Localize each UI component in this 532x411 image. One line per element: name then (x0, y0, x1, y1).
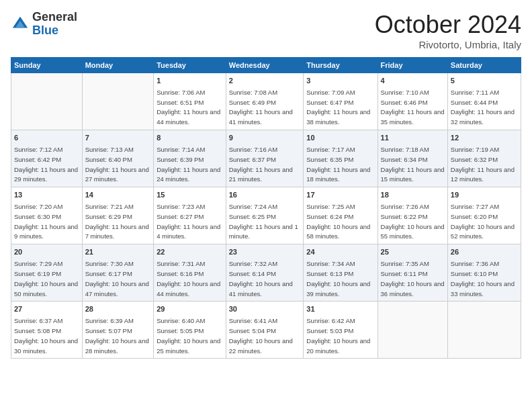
day-header-wednesday: Wednesday (226, 58, 304, 73)
calendar-week-5: 27Sunrise: 6:37 AM Sunset: 5:08 PM Dayli… (11, 302, 521, 359)
day-info: Sunrise: 7:24 AM Sunset: 6:25 PM Dayligh… (229, 203, 298, 240)
day-info: Sunrise: 7:06 AM Sunset: 6:51 PM Dayligh… (157, 89, 220, 126)
day-info: Sunrise: 7:31 AM Sunset: 6:16 PM Dayligh… (157, 260, 220, 297)
calendar-cell: 24Sunrise: 7:34 AM Sunset: 6:13 PM Dayli… (304, 244, 378, 302)
day-info: Sunrise: 7:17 AM Sunset: 6:35 PM Dayligh… (306, 146, 370, 183)
day-info: Sunrise: 6:37 AM Sunset: 5:08 PM Dayligh… (14, 317, 78, 354)
day-info: Sunrise: 7:35 AM Sunset: 6:11 PM Dayligh… (381, 260, 445, 297)
calendar-cell: 26Sunrise: 7:36 AM Sunset: 6:10 PM Dayli… (447, 244, 521, 302)
calendar-cell (447, 302, 521, 359)
calendar-cell (11, 73, 83, 130)
calendar-cell: 8Sunrise: 7:14 AM Sunset: 6:39 PM Daylig… (154, 130, 226, 187)
calendar-cell: 4Sunrise: 7:10 AM Sunset: 6:46 PM Daylig… (378, 73, 447, 130)
day-number: 7 (85, 133, 151, 143)
day-number: 2 (229, 76, 301, 86)
day-number: 12 (451, 133, 518, 143)
day-number: 1 (157, 76, 223, 86)
day-number: 3 (306, 76, 374, 86)
calendar-cell: 29Sunrise: 6:40 AM Sunset: 5:05 PM Dayli… (154, 302, 226, 359)
calendar-cell (378, 302, 447, 359)
day-header-tuesday: Tuesday (154, 58, 226, 73)
calendar-cell: 14Sunrise: 7:21 AM Sunset: 6:29 PM Dayli… (82, 187, 154, 244)
day-number: 20 (14, 247, 79, 257)
calendar-cell: 23Sunrise: 7:32 AM Sunset: 6:14 PM Dayli… (226, 244, 304, 302)
day-info: Sunrise: 7:20 AM Sunset: 6:30 PM Dayligh… (14, 203, 78, 240)
calendar-cell: 13Sunrise: 7:20 AM Sunset: 6:30 PM Dayli… (11, 187, 83, 244)
day-header-saturday: Saturday (447, 58, 521, 73)
day-info: Sunrise: 7:19 AM Sunset: 6:32 PM Dayligh… (451, 146, 515, 183)
day-info: Sunrise: 7:09 AM Sunset: 6:47 PM Dayligh… (306, 89, 370, 126)
calendar-cell: 21Sunrise: 7:30 AM Sunset: 6:17 PM Dayli… (82, 244, 154, 302)
day-info: Sunrise: 6:41 AM Sunset: 5:04 PM Dayligh… (229, 317, 293, 354)
calendar-cell: 20Sunrise: 7:29 AM Sunset: 6:19 PM Dayli… (11, 244, 83, 302)
logo: General Blue (11, 11, 77, 38)
calendar-header-row: SundayMondayTuesdayWednesdayThursdayFrid… (11, 58, 521, 73)
calendar-cell: 30Sunrise: 6:41 AM Sunset: 5:04 PM Dayli… (226, 302, 304, 359)
calendar-week-4: 20Sunrise: 7:29 AM Sunset: 6:19 PM Dayli… (11, 244, 521, 302)
day-header-sunday: Sunday (11, 58, 83, 73)
day-number: 26 (451, 247, 518, 257)
day-number: 14 (85, 190, 151, 200)
calendar-cell (82, 73, 154, 130)
calendar-cell: 16Sunrise: 7:24 AM Sunset: 6:25 PM Dayli… (226, 187, 304, 244)
day-info: Sunrise: 6:40 AM Sunset: 5:05 PM Dayligh… (157, 317, 220, 354)
day-number: 18 (381, 190, 445, 200)
day-info: Sunrise: 7:18 AM Sunset: 6:34 PM Dayligh… (381, 146, 445, 183)
logo-icon (11, 15, 30, 34)
day-header-monday: Monday (82, 58, 154, 73)
calendar-cell: 31Sunrise: 6:42 AM Sunset: 5:03 PM Dayli… (304, 302, 378, 359)
calendar-cell: 6Sunrise: 7:12 AM Sunset: 6:42 PM Daylig… (11, 130, 83, 187)
calendar-cell: 5Sunrise: 7:11 AM Sunset: 6:44 PM Daylig… (447, 73, 521, 130)
day-info: Sunrise: 7:12 AM Sunset: 6:42 PM Dayligh… (14, 146, 78, 183)
day-info: Sunrise: 7:14 AM Sunset: 6:39 PM Dayligh… (157, 146, 220, 183)
day-info: Sunrise: 7:08 AM Sunset: 6:49 PM Dayligh… (229, 89, 293, 126)
day-number: 17 (306, 190, 374, 200)
month-title: October 2024 (375, 11, 521, 39)
day-number: 29 (157, 304, 223, 314)
day-number: 21 (85, 247, 151, 257)
day-info: Sunrise: 7:13 AM Sunset: 6:40 PM Dayligh… (85, 146, 149, 183)
day-info: Sunrise: 7:34 AM Sunset: 6:13 PM Dayligh… (306, 260, 370, 297)
day-number: 31 (306, 304, 374, 314)
day-info: Sunrise: 7:26 AM Sunset: 6:22 PM Dayligh… (381, 203, 445, 240)
calendar-cell: 17Sunrise: 7:25 AM Sunset: 6:24 PM Dayli… (304, 187, 378, 244)
calendar-week-3: 13Sunrise: 7:20 AM Sunset: 6:30 PM Dayli… (11, 187, 521, 244)
day-number: 22 (157, 247, 223, 257)
day-number: 16 (229, 190, 301, 200)
day-number: 19 (451, 190, 518, 200)
day-number: 8 (157, 133, 223, 143)
day-number: 4 (381, 76, 445, 86)
day-info: Sunrise: 7:29 AM Sunset: 6:19 PM Dayligh… (14, 260, 78, 297)
calendar-cell: 9Sunrise: 7:16 AM Sunset: 6:37 PM Daylig… (226, 130, 304, 187)
day-info: Sunrise: 7:21 AM Sunset: 6:29 PM Dayligh… (85, 203, 149, 240)
calendar-cell: 11Sunrise: 7:18 AM Sunset: 6:34 PM Dayli… (378, 130, 447, 187)
calendar-cell: 10Sunrise: 7:17 AM Sunset: 6:35 PM Dayli… (304, 130, 378, 187)
calendar-cell: 12Sunrise: 7:19 AM Sunset: 6:32 PM Dayli… (447, 130, 521, 187)
day-info: Sunrise: 7:32 AM Sunset: 6:14 PM Dayligh… (229, 260, 293, 297)
logo-blue-text: Blue (32, 24, 77, 38)
day-info: Sunrise: 7:11 AM Sunset: 6:44 PM Dayligh… (451, 89, 515, 126)
day-info: Sunrise: 7:27 AM Sunset: 6:20 PM Dayligh… (451, 203, 515, 240)
day-number: 30 (229, 304, 301, 314)
day-info: Sunrise: 6:39 AM Sunset: 5:07 PM Dayligh… (85, 317, 149, 354)
day-number: 23 (229, 247, 301, 257)
day-number: 27 (14, 304, 79, 314)
calendar-cell: 2Sunrise: 7:08 AM Sunset: 6:49 PM Daylig… (226, 73, 304, 130)
title-block: October 2024 Rivotorto, Umbria, Italy (375, 11, 521, 50)
day-info: Sunrise: 7:30 AM Sunset: 6:17 PM Dayligh… (85, 260, 149, 297)
day-info: Sunrise: 7:16 AM Sunset: 6:37 PM Dayligh… (229, 146, 293, 183)
logo-text: General Blue (32, 11, 77, 38)
location: Rivotorto, Umbria, Italy (375, 39, 521, 50)
calendar-cell: 27Sunrise: 6:37 AM Sunset: 5:08 PM Dayli… (11, 302, 83, 359)
day-header-thursday: Thursday (304, 58, 378, 73)
calendar-cell: 25Sunrise: 7:35 AM Sunset: 6:11 PM Dayli… (378, 244, 447, 302)
page-header: General Blue October 2024 Rivotorto, Umb… (11, 11, 521, 50)
day-info: Sunrise: 6:42 AM Sunset: 5:03 PM Dayligh… (306, 317, 370, 354)
day-number: 11 (381, 133, 445, 143)
day-number: 5 (451, 76, 518, 86)
day-info: Sunrise: 7:23 AM Sunset: 6:27 PM Dayligh… (157, 203, 220, 240)
day-info: Sunrise: 7:10 AM Sunset: 6:46 PM Dayligh… (381, 89, 445, 126)
calendar-cell: 28Sunrise: 6:39 AM Sunset: 5:07 PM Dayli… (82, 302, 154, 359)
calendar-week-2: 6Sunrise: 7:12 AM Sunset: 6:42 PM Daylig… (11, 130, 521, 187)
day-number: 15 (157, 190, 223, 200)
